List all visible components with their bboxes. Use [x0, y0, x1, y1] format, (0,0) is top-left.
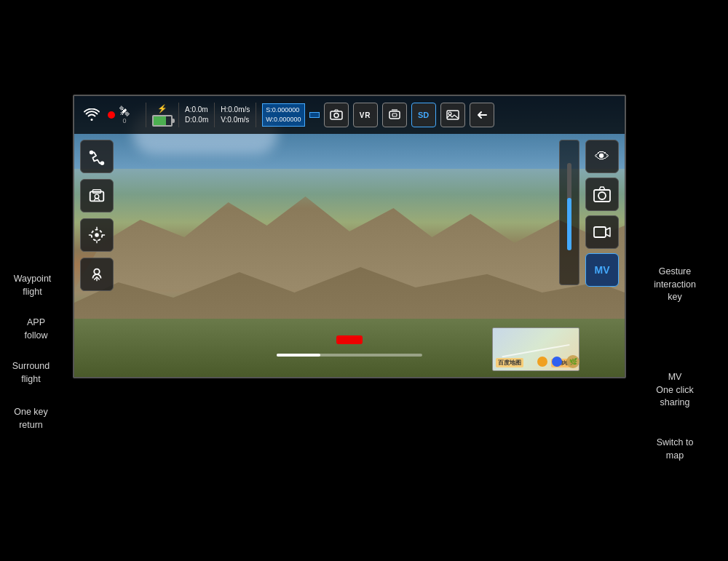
svg-point-12 — [95, 234, 98, 236]
map-type-dot-3[interactable]: 🌿 — [566, 355, 579, 368]
return-button[interactable] — [470, 103, 494, 127]
vr-mode-button[interactable]: VR — [353, 103, 378, 127]
mv-button[interactable]: MV — [585, 253, 619, 287]
recording-indicator — [108, 111, 115, 119]
annotation-app-follow: APPfollow — [16, 317, 56, 342]
lens-rotation-button[interactable] — [382, 103, 407, 127]
zoom-bar — [567, 163, 571, 250]
speed-display: H:0.0m/s V:0.0m/s — [221, 105, 250, 125]
page-title — [0, 0, 728, 13]
svg-rect-3 — [392, 114, 397, 116]
annotation-one-key-return: One keyreturn — [7, 406, 55, 431]
zoom-slider[interactable] — [559, 140, 579, 285]
battery-indicator — [152, 115, 173, 127]
photo-button[interactable] — [585, 178, 619, 211]
waypoint-flight-button[interactable] — [80, 140, 114, 173]
left-control-buttons — [80, 140, 114, 291]
progress-fill — [277, 354, 320, 357]
svg-point-13 — [94, 269, 99, 274]
emergency-stop-button[interactable] — [336, 335, 363, 344]
right-control-buttons: 👁 MV — [585, 140, 619, 287]
gesture-interaction-button[interactable]: 👁 — [585, 140, 619, 173]
map-type-dot-2[interactable] — [552, 357, 562, 367]
app-follow-button[interactable] — [80, 179, 114, 212]
camera-switch-button[interactable] — [324, 103, 349, 127]
video-button[interactable] — [585, 215, 619, 249]
annotation-waypoint-flight: Waypointflight — [9, 273, 56, 298]
zoom-bar-fill — [567, 198, 571, 250]
svg-point-15 — [598, 192, 606, 199]
drone-interface: 🛰 0 ⚡ A:0.0m D:0.0m H:0.0m/s V:0.0m/s S:… — [73, 95, 626, 378]
map-type-dot-1[interactable] — [537, 357, 547, 367]
annotation-surround-flight: Surroundflight — [7, 360, 55, 386]
gps-count: 0 — [122, 117, 126, 125]
annotation-gesture-interaction: Gestureinteractionkey — [638, 266, 711, 304]
wifi-icon — [80, 103, 103, 127]
hud-top-bar: 🛰 0 ⚡ A:0.0m D:0.0m H:0.0m/s V:0.0m/s S:… — [74, 96, 625, 134]
annotation-switch-to-map: Switch tomap — [638, 437, 711, 462]
svg-point-1 — [334, 114, 339, 118]
svg-rect-2 — [389, 111, 400, 119]
annotation-mv-one-click: MVOne clicksharing — [638, 371, 711, 410]
svg-rect-16 — [594, 227, 606, 237]
svg-rect-0 — [331, 111, 342, 119]
zoom-display[interactable] — [309, 112, 320, 118]
svg-point-6 — [90, 151, 93, 154]
svg-point-10 — [95, 194, 99, 199]
sd-button[interactable]: SD — [411, 103, 436, 127]
altitude-display: A:0.0m D:0.0m — [185, 105, 208, 125]
surround-flight-button[interactable] — [80, 218, 114, 252]
coordinates-display: S:0.000000 W:0.000000 — [262, 103, 304, 126]
progress-bar — [277, 354, 422, 357]
svg-point-7 — [101, 162, 104, 164]
album-button[interactable] — [440, 103, 465, 127]
one-key-return-button[interactable] — [80, 258, 114, 291]
